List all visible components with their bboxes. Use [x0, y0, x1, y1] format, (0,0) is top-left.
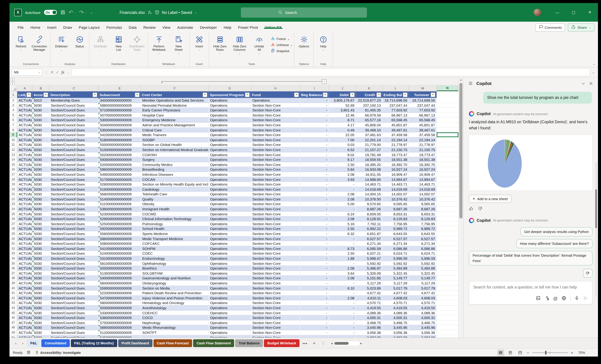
panel-collapse-icon[interactable] [581, 81, 585, 86]
cell[interactable]: 6,527.57 [382, 236, 409, 241]
cell[interactable]: 4,005.31 [409, 315, 437, 320]
cell[interactable]: 5840000000000009 [99, 281, 141, 285]
cell[interactable]: 5030 [32, 138, 50, 142]
cell[interactable]: 10,378.50 [356, 197, 382, 202]
cell[interactable]: 16,927.24 [382, 167, 409, 172]
cell[interactable]: Operations [209, 305, 251, 310]
ribbon-tab-help[interactable]: Help [220, 25, 235, 29]
cell[interactable]: ACTUAL [17, 281, 32, 285]
cell[interactable]: Section/Council Dues [50, 202, 99, 207]
sheet-tab-p-l[interactable]: P&L [27, 339, 40, 347]
cell[interactable]: 8,126.83 [409, 216, 437, 221]
cell[interactable]: 8.73 [329, 246, 356, 251]
cell[interactable]: - [329, 207, 356, 211]
cell[interactable]: - [329, 325, 356, 330]
filter-icon[interactable]: ▼ [294, 92, 299, 97]
cell[interactable]: 5030 [32, 157, 50, 162]
cell[interactable]: 4,608.03 [382, 295, 409, 301]
panel-close-icon[interactable] [589, 81, 593, 86]
close-button[interactable]: ✕ [582, 3, 598, 22]
cell[interactable]: Section/Council Dues [50, 207, 99, 211]
cell[interactable]: Section Non-Core [251, 132, 300, 137]
cell[interactable]: - [300, 138, 329, 142]
cell[interactable]: 14,002.07 [382, 192, 409, 197]
cell[interactable]: 45,806.04 [356, 123, 382, 128]
add-image-icon[interactable] [536, 295, 541, 301]
cell[interactable]: ACTUAL [17, 276, 32, 281]
cell[interactable]: 66,967.13 [382, 113, 409, 118]
cell[interactable]: 2.08 [329, 266, 356, 271]
cell[interactable]: Section Non-Core [251, 261, 300, 266]
cell[interactable]: - [300, 226, 329, 231]
cell[interactable]: 3,468.75 [382, 320, 409, 325]
cell[interactable]: - [300, 256, 329, 261]
cell[interactable]: 3,056.38 [382, 330, 409, 335]
cell[interactable]: - [300, 197, 329, 202]
cell[interactable]: 5030 [32, 142, 50, 147]
cell[interactable]: 5,592.92 [356, 261, 382, 266]
cell[interactable]: 2.08 [329, 216, 356, 221]
cell[interactable]: Medic Trainees [141, 132, 209, 137]
save-icon[interactable] [60, 10, 65, 15]
cell[interactable]: ACTUAL [17, 330, 32, 335]
cell[interactable]: ACTUAL [17, 103, 32, 108]
cell[interactable] [437, 177, 458, 182]
cell[interactable]: 5880000000000009 [99, 103, 141, 108]
cell[interactable]: 14,994.67 [382, 177, 409, 182]
cell[interactable]: Section/Council Dues [50, 330, 99, 335]
row-header-16[interactable]: 16 [10, 167, 17, 172]
ribbon-tab-velixo-nx[interactable]: Velixo NX [261, 25, 285, 29]
row-header-11[interactable]: 11 [10, 142, 17, 147]
cell[interactable]: Section Non-Core [251, 281, 300, 285]
cell[interactable]: ACTUAL [17, 261, 32, 266]
cell[interactable]: Operations [209, 197, 251, 202]
cell[interactable]: 5030 [32, 123, 50, 128]
cell[interactable]: Operations [209, 221, 251, 226]
cell[interactable]: Section Non-Core [251, 103, 300, 108]
column-header-K[interactable]: K [356, 85, 382, 91]
row-header-24[interactable]: 24 [10, 207, 17, 211]
cell[interactable] [437, 251, 458, 256]
filter-icon[interactable]: ▼ [376, 92, 381, 97]
cell[interactable] [437, 123, 458, 128]
cell[interactable] [437, 320, 458, 325]
cell[interactable]: - [300, 187, 329, 192]
cell[interactable]: 18,392.70 [409, 162, 437, 167]
cell[interactable] [437, 271, 458, 276]
quick-access-icon[interactable]: ⌄ [90, 10, 93, 14]
cell[interactable]: Operations [209, 108, 251, 113]
cell[interactable]: ACTUAL [17, 192, 32, 197]
cell[interactable]: 5360000000000009 [99, 207, 141, 211]
cell[interactable]: Endocrinology [141, 256, 209, 261]
cell[interactable]: 5200000000000009 [99, 162, 141, 167]
cell[interactable]: COCD [141, 315, 209, 320]
cell[interactable]: 5.00 [329, 202, 356, 207]
cell[interactable]: - [300, 330, 329, 335]
cell[interactable]: Critical Care [141, 128, 209, 132]
saved-chevron-icon[interactable]: ⌄ [195, 11, 197, 14]
cell[interactable] [437, 305, 458, 310]
cell[interactable]: 66,967.13 [409, 113, 437, 118]
cell[interactable]: ACTUAL [17, 123, 32, 128]
cell[interactable]: 6,989.72 [382, 226, 409, 231]
cell[interactable]: - [300, 192, 329, 197]
cell[interactable]: Operations [209, 138, 251, 142]
cell[interactable] [437, 295, 458, 301]
cell[interactable]: 8,687.26 [382, 207, 409, 211]
cell[interactable] [437, 167, 458, 172]
cell[interactable]: 8,128.91 [356, 216, 382, 221]
insert-function-icon[interactable]: fx [61, 69, 64, 75]
cell[interactable]: 3,056.38 [409, 330, 437, 335]
cell[interactable] [437, 172, 458, 177]
cell[interactable]: - [300, 142, 329, 147]
cell[interactable]: Medic Transport Medicine [141, 236, 209, 241]
cell[interactable]: 5030 [32, 192, 50, 197]
cell[interactable]: 45,801.87 [382, 123, 409, 128]
cell[interactable]: Operations [251, 98, 300, 103]
cell[interactable]: 5500000000000009 [99, 142, 141, 147]
cell[interactable]: 6,989.72 [409, 226, 437, 231]
cell[interactable] [437, 98, 458, 103]
cell[interactable]: Section Non-Core [251, 271, 300, 276]
cell[interactable] [437, 118, 458, 123]
row-header-12[interactable]: 12 [10, 147, 17, 152]
